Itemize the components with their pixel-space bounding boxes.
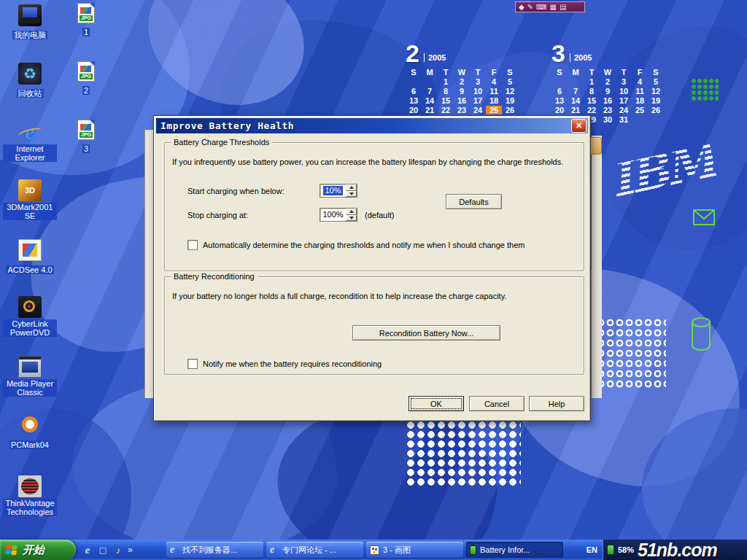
desktop-icon-thinkvantage[interactable]: ThinkVantage Technologies	[3, 475, 57, 518]
calendar-day: 3	[470, 77, 486, 86]
taskbar-button-label: 找不到服务器...	[182, 545, 237, 556]
calendar-day: 21	[422, 106, 438, 114]
thinkvantage-icon	[18, 475, 42, 497]
notify-reconditioning-checkbox-label: Notify me when the battery requires reco…	[203, 359, 382, 368]
start-button[interactable]: 开始	[0, 540, 76, 560]
show-desktop-quicklaunch-icon[interactable]: ▢	[97, 544, 109, 556]
calendar-day: 21	[568, 106, 584, 114]
desktop-icon-label: 我的电脑	[12, 31, 47, 39]
calendar-day-header: S	[648, 68, 664, 77]
recycle-bin-icon	[18, 63, 42, 85]
calendar-day: 20	[551, 106, 568, 114]
jpg-thumbnail-icon	[77, 3, 95, 23]
ok-button[interactable]: OK	[409, 396, 464, 411]
desktop-icon-pcmark04[interactable]: PCMark04	[3, 414, 57, 451]
taskbar-button[interactable]: 专门网论坛 - ...	[266, 542, 363, 558]
ie-quicklaunch-icon[interactable]: e	[82, 544, 93, 556]
keyboard-icon[interactable]: ⌨	[536, 3, 546, 12]
spinner-buttons	[346, 184, 357, 197]
help-button[interactable]: Help	[529, 396, 584, 411]
calendar-day: 25	[632, 106, 648, 114]
spin-down-button[interactable]	[346, 215, 357, 222]
stop-charging-value[interactable]: 100%	[321, 210, 344, 219]
jpg-file-icon[interactable]: 2	[70, 61, 102, 96]
calendar-day-header: F	[486, 68, 502, 77]
battery-icon	[470, 545, 476, 555]
diamond-icon[interactable]: ◆	[519, 3, 525, 12]
taskbar-buttons: 找不到服务器...专门网论坛 - ...3 - 画图Battery Infor.…	[166, 542, 563, 558]
calendar-day: 10	[470, 87, 486, 96]
spinner-value-area[interactable]: 10%	[320, 184, 346, 197]
start-charging-value[interactable]: 10%	[323, 186, 342, 195]
desktop-icon-internet-explorer[interactable]: Internet Explorer	[3, 121, 57, 163]
desktop-icon-3dmark2001[interactable]: 3DMark2001 SE	[3, 179, 57, 222]
start-charging-spinner[interactable]: 10%	[320, 184, 357, 198]
calendar-day: 18	[632, 96, 648, 105]
calendar-day: 19	[648, 96, 664, 105]
calendar-day-header: T	[438, 68, 454, 77]
desktop-icon-mpc[interactable]: Media Player Classic	[3, 356, 57, 398]
auto-determine-checkbox[interactable]	[187, 240, 198, 250]
calendar-day: 11	[632, 87, 648, 96]
notify-reconditioning-checkbox[interactable]	[187, 359, 198, 369]
battery-charge-thresholds-group: Battery Charge Thresholds If you infrequ…	[164, 142, 584, 271]
jpg-file-icon[interactable]: 3	[70, 120, 102, 155]
spin-up-button[interactable]	[346, 184, 357, 191]
taskbar-button[interactable]: 3 - 画图	[366, 542, 463, 558]
notify-reconditioning-checkbox-row[interactable]: Notify me when the battery requires reco…	[187, 359, 382, 369]
grid-icon[interactable]: ▦	[550, 3, 557, 12]
calendar-day: 25	[486, 106, 502, 114]
calendar-day: 7	[568, 87, 584, 96]
calendar-day: 13	[406, 96, 422, 105]
calendar-day: 11	[486, 87, 502, 96]
pen-icon[interactable]: ✎	[527, 3, 533, 12]
calendar-month: 3	[551, 42, 565, 64]
mpc-icon	[18, 356, 42, 378]
dialog-titlebar[interactable]: Improve Battery Health ✕	[156, 118, 588, 133]
defaults-button[interactable]: Defaults	[446, 194, 502, 209]
language-indicator[interactable]: EN	[581, 545, 603, 554]
taskbar-button[interactable]: Battery Infor...	[466, 542, 563, 558]
cancel-button[interactable]: Cancel	[469, 396, 525, 411]
taskbar-button-label: Battery Infor...	[480, 545, 530, 554]
calendar-day: 14	[422, 96, 438, 105]
tray-panel: 58% 51nb.com	[603, 540, 747, 560]
watermark: 51nb.com	[638, 540, 717, 560]
desktop-icon-acdsee[interactable]: ACDSee 4.0	[3, 239, 57, 276]
taskbar-button-label: 3 - 画图	[383, 545, 411, 556]
desktop-icon-my-computer[interactable]: 我的电脑	[3, 4, 57, 41]
notes-icon[interactable]: ▤	[560, 3, 566, 12]
floating-toolbar[interactable]: ◆✎⌨▦▤	[515, 1, 585, 12]
close-button[interactable]: ✕	[571, 119, 587, 133]
taskbar-button[interactable]: 找不到服务器...	[166, 542, 263, 558]
spin-up-button[interactable]	[346, 209, 357, 215]
calendar-day: 1	[438, 77, 454, 86]
recondition-battery-button[interactable]: Recondition Battery Now...	[352, 325, 500, 341]
calendar-year: 2005	[570, 53, 592, 62]
battery-tray-icon[interactable]	[607, 545, 614, 555]
jpg-file-icon[interactable]: 1	[70, 3, 102, 38]
calendar-day: 19	[502, 96, 518, 105]
quicklaunch-overflow-chevron[interactable]: »	[128, 545, 133, 555]
desktop-icon-powerdvd[interactable]: CyberLink PowerDVD	[3, 296, 57, 338]
stop-charging-spinner[interactable]: 100%	[320, 208, 357, 222]
start-charging-label: Start charging when below:	[187, 187, 285, 195]
desktop[interactable]: IBM 22005SMTWTFS123456789101112131415161…	[0, 0, 747, 560]
spin-down-button[interactable]	[346, 191, 357, 198]
jpg-file-label: 1	[82, 28, 90, 36]
desktop-icon-label: CyberLink PowerDVD	[3, 319, 57, 337]
auto-determine-checkbox-row[interactable]: Automatically determine the charging thr…	[187, 240, 525, 250]
calendar-february: 22005SMTWTFS1234567891011121314151617181…	[406, 39, 518, 124]
calendar-day: 8	[584, 87, 600, 96]
desktop-icon-label: Media Player Classic	[3, 379, 57, 397]
stop-default-suffix: (default)	[365, 211, 394, 219]
desktop-icon-recycle-bin[interactable]: 回收站	[3, 63, 57, 99]
calendar-day	[551, 77, 568, 86]
calendar-day-header: T	[616, 68, 632, 77]
internet-explorer-icon	[18, 121, 42, 143]
calendar-day-header: M	[422, 68, 438, 77]
spinner-value-area[interactable]: 100%	[320, 209, 346, 221]
calendar-day: 31	[616, 115, 632, 124]
media-player-quicklaunch-icon[interactable]: ♪	[112, 544, 124, 556]
dialog-body: Battery Charge Thresholds If you infrequ…	[156, 133, 588, 419]
